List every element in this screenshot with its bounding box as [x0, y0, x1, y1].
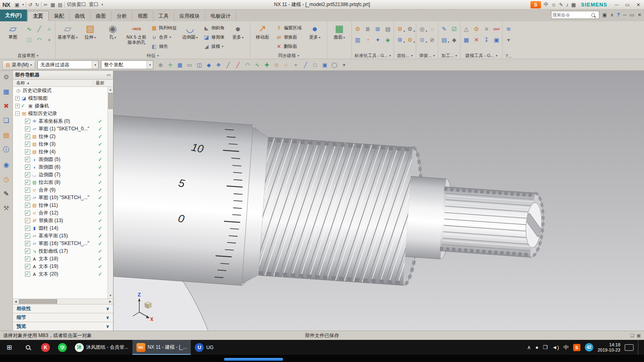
- sketch-tool-icon[interactable]: +: [45, 35, 54, 45]
- spring-tool-icon[interactable]: ⊙: [417, 35, 427, 45]
- sketch-tool-icon[interactable]: □: [25, 35, 34, 45]
- notification-center-icon[interactable]: [625, 344, 634, 351]
- machining-tool-icon[interactable]: ☑: [450, 24, 459, 34]
- undock-panel-button[interactable]: ▭: [107, 72, 111, 78]
- modeling-tool-icon[interactable]: ▣: [492, 35, 501, 45]
- tree-row[interactable]: − ▤ 模型历史记录: [13, 110, 107, 117]
- tree-row[interactable]: ✛ 基准坐标系 (0): [13, 117, 107, 125]
- selection-scope-dropdown[interactable]: 整个装配 ▾: [101, 60, 153, 69]
- resource-bar-icon[interactable]: ⓘ: [3, 146, 10, 154]
- dialog-launcher-icon[interactable]: ▾: [297, 54, 299, 58]
- taskbar-app[interactable]: NX NX 11 - 建模 - [_...: [132, 340, 191, 355]
- vertical-scrollbar-thumb[interactable]: [108, 93, 113, 109]
- spring-tool-icon[interactable]: ◌: [427, 24, 437, 34]
- start-button[interactable]: ⊞: [0, 340, 19, 355]
- ribbon-tab[interactable]: 主页: [27, 11, 49, 21]
- tree-row[interactable]: ◡ 边倒圆 (7): [13, 171, 107, 179]
- tray-icon[interactable]: ∧: [527, 344, 531, 350]
- tree-row[interactable]: + ▣ 摄像机: [13, 102, 107, 110]
- command-search[interactable]: [551, 11, 599, 19]
- feature-checkbox[interactable]: [25, 233, 30, 239]
- tree-row[interactable]: + ◪ 模型视图: [13, 95, 107, 102]
- dropdown-arrow-icon[interactable]: ▾: [92, 61, 98, 69]
- selection-toolbar-icon[interactable]: ◠: [243, 60, 252, 70]
- tree-row[interactable]: ▧ 拉伸 (2): [13, 133, 107, 140]
- standard-tool-icon[interactable]: ≣: [363, 24, 372, 34]
- chevron-down-icon[interactable]: ∨: [106, 306, 109, 311]
- maximize-button[interactable]: ▭: [623, 2, 632, 8]
- group-label-gear[interactable]: 齿轮...▾: [395, 53, 415, 59]
- ime-language-indicator[interactable]: 中: [544, 1, 549, 8]
- navigator-section-header[interactable]: 细节 ∨: [13, 313, 113, 322]
- group-label-modeling-tools[interactable]: 建模工具 - G...▾: [462, 53, 501, 59]
- paste-button[interactable]: ▤: [57, 2, 63, 8]
- machining-tool-icon[interactable]: ✎: [440, 24, 449, 34]
- group-label-spring[interactable]: 弹簧...▾: [417, 53, 437, 59]
- group-label-machining[interactable]: 加工...▾: [440, 53, 459, 59]
- ribbon-tab[interactable]: 应用模块: [174, 11, 205, 21]
- window-menu-arrow[interactable]: ▾: [101, 3, 104, 6]
- feature-checkbox[interactable]: [25, 241, 30, 246]
- selection-toolbar-icon[interactable]: ▣: [320, 60, 329, 70]
- tree-row[interactable]: A 文本 (20): [13, 270, 107, 278]
- feature-checkbox[interactable]: [25, 157, 30, 162]
- standard-tool-icon[interactable]: ▤: [383, 24, 392, 34]
- help-button[interactable]: ?: [617, 12, 620, 18]
- tree-row[interactable]: ▱ 草图 (1) "SKETCH_0...": [13, 125, 107, 133]
- resource-bar-icon[interactable]: ◉: [4, 161, 9, 169]
- datum-plane-button[interactable]: ▱ 基准平面: [57, 22, 78, 40]
- selection-toolbar-icon[interactable]: ◯: [330, 60, 339, 70]
- minimize-button[interactable]: ─: [613, 2, 621, 8]
- gear-tool-icon[interactable]: ⚙: [395, 35, 405, 45]
- selection-toolbar-icon[interactable]: ◆: [204, 60, 213, 70]
- selection-toolbar-icon[interactable]: ❖: [214, 60, 223, 70]
- window-layout-icon[interactable]: ▣: [603, 12, 607, 18]
- tree-row[interactable]: ▱ 草图 (10) "SKETCH_...": [13, 194, 107, 202]
- status-doc-icon[interactable]: ❏: [630, 333, 634, 338]
- feature-checkbox[interactable]: [25, 187, 30, 193]
- resource-bar-icon[interactable]: ▤: [3, 131, 9, 139]
- ribbon-tab[interactable]: 工具: [153, 11, 174, 21]
- selection-toolbar-icon[interactable]: +: [291, 60, 300, 70]
- feature-checkbox[interactable]: [25, 172, 30, 177]
- taskbar-app[interactable]: Qi: [54, 340, 71, 355]
- selection-filter-dropdown[interactable]: 无选择过滤器 ▾: [37, 60, 99, 69]
- selection-toolbar-icon[interactable]: ✛: [165, 60, 175, 70]
- standard-tool-icon[interactable]: ▥: [353, 35, 362, 45]
- ribbon-tab[interactable]: 分析: [111, 11, 132, 21]
- ime-mic-icon[interactable]: ♪: [566, 2, 568, 8]
- modeling-tool-icon[interactable]: ↧: [482, 35, 491, 45]
- tree-row[interactable]: ▮ 圆柱 (14): [13, 224, 107, 232]
- selection-toolbar-icon[interactable]: ⊕: [156, 60, 165, 70]
- dialog-launcher-icon[interactable]: ▾: [456, 54, 457, 58]
- selection-toolbar-icon[interactable]: ✚: [262, 60, 271, 70]
- feature-checkbox[interactable]: [25, 142, 30, 147]
- extra-tool-icon[interactable]: ▾: [504, 35, 513, 45]
- machining-tool-icon[interactable]: ▤: [440, 35, 449, 45]
- save-menu-arrow[interactable]: ▾: [21, 3, 25, 6]
- selection-toolbar-icon[interactable]: ○: [281, 60, 291, 70]
- tree-row[interactable]: ◷ 历史记录模式: [13, 87, 107, 95]
- tray-icon[interactable]: ❒: [543, 344, 548, 350]
- selection-toolbar-icon[interactable]: ▾: [339, 60, 349, 70]
- expand-toggle[interactable]: +: [15, 96, 20, 101]
- taskbar-clock[interactable]: 14:18 2019-10-23: [598, 342, 620, 353]
- resource-bar-icon[interactable]: ❏: [3, 117, 9, 124]
- sketch-tool-icon[interactable]: ◠: [35, 35, 44, 45]
- selection-toolbar-icon[interactable]: ╱: [301, 60, 310, 70]
- show-desktop-button[interactable]: [638, 340, 640, 355]
- dialog-launcher-icon[interactable]: ▾: [37, 54, 38, 58]
- column-name[interactable]: 名称▲: [16, 80, 93, 86]
- dialog-launcher-icon[interactable]: ▾: [411, 54, 413, 58]
- tree-row[interactable]: ∪ 合并 (9): [13, 186, 107, 194]
- selection-toolbar-icon[interactable]: ╱: [223, 60, 233, 70]
- spring-tool-icon[interactable]: ⊘: [427, 35, 437, 45]
- selection-toolbar-icon[interactable]: ◫: [194, 60, 204, 70]
- cut-button[interactable]: ✂: [43, 2, 48, 8]
- feature-checkbox[interactable]: [25, 180, 30, 185]
- tree-row[interactable]: ▱ 草图 (16) "SKETCH_...": [13, 240, 107, 247]
- selection-toolbar-icon[interactable]: ▭: [185, 60, 194, 70]
- vertical-scrollbar[interactable]: ▲ ▼: [107, 87, 113, 298]
- navigator-section-header[interactable]: 预览 ∨: [13, 322, 113, 331]
- resource-bar-icon[interactable]: ⚒: [3, 204, 9, 212]
